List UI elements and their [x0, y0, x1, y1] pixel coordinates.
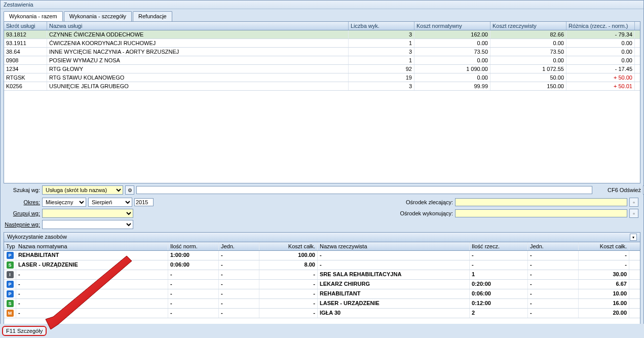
cell: - 17.45: [566, 65, 635, 73]
cell: RTG STAWU KOLANOWEGO: [47, 73, 349, 82]
osrodek-zlec-input[interactable]: [455, 198, 627, 206]
grupuj-label: Grupuj wg:: [5, 210, 40, 216]
cell: 0.00: [566, 56, 635, 64]
col-koszt-norm[interactable]: Koszt normatywny: [414, 22, 490, 30]
type-badge-cell: P: [4, 280, 16, 289]
osrodek-wyk-lookup-icon[interactable]: ▫: [629, 209, 638, 218]
nastepnie-select[interactable]: [42, 220, 133, 229]
col-skrot[interactable]: Skrót usługi: [4, 22, 47, 30]
cell: 20.00: [579, 309, 629, 318]
tab-refundacje[interactable]: Refundacje: [133, 11, 172, 21]
res-col-ilosc-rzecz[interactable]: Ilość rzecz.: [470, 242, 528, 250]
table-row[interactable]: 93.1911ĆWICZENIA KOORDYNACJI RUCHOWEJ10.…: [4, 39, 640, 48]
type-badge-icon: P: [7, 252, 14, 259]
res-col-koszt-calk-r[interactable]: Koszt całk.: [579, 242, 629, 250]
cell: 1: [470, 270, 528, 279]
cell: 38.64: [4, 48, 47, 56]
footer-bar: F11 Szczegóły: [0, 324, 644, 338]
cell: REHABILITANT: [318, 289, 470, 298]
main-grid: Skrót usługi Nazwa usługi Liczba wyk. Ko…: [4, 21, 640, 183]
cell: 0:20:00: [470, 280, 528, 289]
cell: 162.00: [414, 30, 490, 39]
col-roznica[interactable]: Różnica (rzecz. - norm.): [566, 22, 635, 30]
table-row[interactable]: 1234RTG GŁOWY921 090.001 072.55- 17.45: [4, 65, 640, 73]
cell: USUNIĘCIE JELITA GRUBEGO: [47, 82, 349, 90]
table-row[interactable]: RTGSKRTG STAWU KOLANOWEGO190.0050.00+ 50…: [4, 73, 640, 82]
resource-row[interactable]: PREHABILITANT1:00:00-100.00----: [4, 251, 640, 260]
cell: -: [219, 289, 259, 298]
resource-row[interactable]: SLASER - URZĄDZENIE0:06:00-8.00----: [4, 260, 640, 270]
resource-row[interactable]: M----IGŁA 302-20.00: [4, 309, 640, 318]
res-col-typ[interactable]: Typ: [4, 242, 16, 250]
cell: -: [470, 251, 528, 260]
cell: 0908: [4, 56, 47, 64]
table-row[interactable]: K0256USUNIĘCIE JELITA GRUBEGO399.99150.0…: [4, 82, 640, 91]
col-koszt-rzecz[interactable]: Koszt rzeczywisty: [490, 22, 566, 30]
resources-title: Wykorzystanie zasobów: [7, 234, 67, 241]
cell: -: [318, 260, 470, 270]
cell: 1: [349, 56, 414, 64]
osrodek-wyk-label: Ośrodek wykonujący:: [392, 210, 453, 216]
cell: -: [528, 289, 579, 298]
cell: 0.00: [414, 56, 490, 64]
grupuj-select[interactable]: [42, 209, 133, 218]
resource-row[interactable]: I----SRE SALA REHABILITACYJNA1-30.00: [4, 270, 640, 280]
cell: 1 072.55: [490, 65, 566, 73]
resource-row[interactable]: P----LEKARZ CHIRURG0:20:00-6.67: [4, 280, 640, 289]
res-col-nazwa-norm[interactable]: Nazwa normatywna: [16, 242, 168, 250]
grid-header-row: Skrót usługi Nazwa usługi Liczba wyk. Ko…: [4, 22, 640, 30]
grid-body[interactable]: 93.1812CZYNNE ĆWICZENIA ODDECHOWE3162.00…: [4, 30, 640, 182]
cell: -: [318, 251, 470, 260]
cell: 150.00: [490, 82, 566, 90]
res-col-jedn-r[interactable]: Jedn.: [528, 242, 579, 250]
tab-wykonania-razem[interactable]: Wykonania - razem: [4, 11, 63, 21]
tab-wykonania-szczegoly[interactable]: Wykonania - szczegóły: [64, 11, 132, 21]
table-row[interactable]: 93.1812CZYNNE ĆWICZENIA ODDECHOWE3162.00…: [4, 30, 640, 39]
okres-month[interactable]: Sierpień: [88, 198, 132, 207]
cell: 10.00: [579, 289, 629, 298]
cell: INNE WYCIĘCIE NACZYNIA - AORTY BRZUSZNEJ: [47, 48, 349, 56]
cell: 0.00: [566, 48, 635, 56]
cell: -: [528, 299, 579, 308]
cell: -: [16, 309, 168, 318]
collapse-icon[interactable]: ▾: [630, 234, 637, 241]
cell: 1234: [4, 65, 47, 73]
cell: 30.00: [579, 270, 629, 279]
gear-icon[interactable]: ⚙: [125, 185, 134, 195]
cell: LASER - URZĄDZENIE: [318, 299, 470, 308]
cell: -: [219, 251, 259, 260]
type-badge-icon: S: [7, 261, 14, 269]
resource-row[interactable]: P----REHABILITANT0:06:00-10.00: [4, 289, 640, 299]
cell: 0.00: [566, 39, 635, 47]
cell: -: [259, 309, 318, 318]
cell: -: [219, 309, 259, 318]
filter-row-grupuj: Grupuj wg: Ośrodek wykonujący: ▫: [1, 208, 643, 219]
osrodek-zlec-lookup-icon[interactable]: ▫: [629, 198, 638, 207]
table-row[interactable]: 0908POSIEW WYMAZU Z NOSA10.000.000.00: [4, 56, 640, 65]
cell: 50.00: [490, 73, 566, 82]
refresh-label[interactable]: CF6 Odśwież: [608, 187, 641, 193]
cell: 92: [349, 65, 414, 73]
res-col-nazwa-rzecz[interactable]: Nazwa rzeczywista: [318, 242, 470, 250]
res-col-koszt-calk-n[interactable]: Koszt całk.: [259, 242, 318, 250]
cell: 3: [349, 30, 414, 39]
table-row[interactable]: 38.64INNE WYCIĘCIE NACZYNIA - AORTY BRZU…: [4, 48, 640, 56]
resources-section-header: Wykorzystanie zasobów ▾: [4, 232, 640, 242]
okres-type[interactable]: Miesięczny: [42, 198, 86, 207]
type-badge-cell: P: [4, 289, 16, 298]
search-input[interactable]: [136, 186, 592, 194]
okres-year[interactable]: [134, 198, 154, 206]
res-col-jedn-n[interactable]: Jedn.: [219, 242, 259, 250]
szukaj-select[interactable]: Usługa (skrót lub nazwa): [42, 185, 123, 195]
cell: 1: [349, 39, 414, 47]
cell: -: [168, 309, 219, 318]
szukaj-label: Szukaj wg:: [5, 187, 40, 193]
col-liczba[interactable]: Liczba wyk.: [349, 22, 414, 30]
col-nazwa[interactable]: Nazwa usługi: [47, 22, 349, 30]
details-button[interactable]: F11 Szczegóły: [2, 326, 47, 336]
resource-row[interactable]: S----LASER - URZĄDZENIE0:12:00-16.00: [4, 299, 640, 309]
cell: LEKARZ CHIRURG: [318, 280, 470, 289]
cell: 3: [349, 48, 414, 56]
res-col-ilosc-norm[interactable]: Ilość norm.: [168, 242, 219, 250]
osrodek-wyk-input[interactable]: [455, 209, 627, 217]
